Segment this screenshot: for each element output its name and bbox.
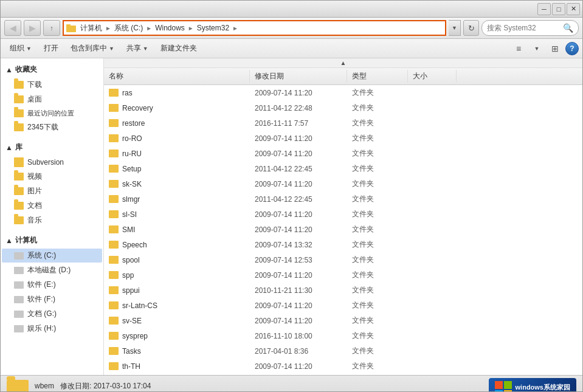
- file-name-cell: slmgr: [104, 194, 250, 205]
- breadcrumb-windows[interactable]: Windows: [153, 23, 187, 33]
- file-size-cell: [408, 304, 457, 307]
- breadcrumb-drive[interactable]: 系统 (C:): [112, 22, 145, 34]
- svg-rect-3: [504, 381, 512, 389]
- table-row[interactable]: sppui 2010-11-21 11:30 文件夹: [104, 283, 582, 298]
- sidebar-item-pictures[interactable]: 图片: [2, 184, 102, 198]
- folder-icon: [109, 150, 119, 157]
- table-row[interactable]: restore 2016-11-11 7:57 文件夹: [104, 115, 582, 131]
- drive-icon: [14, 325, 24, 332]
- refresh-button[interactable]: ↻: [463, 20, 479, 36]
- address-dropdown-button[interactable]: ▼: [449, 20, 461, 36]
- address-box[interactable]: 计算机 ► 系统 (C:) ► Windows ► System32 ►: [63, 20, 446, 36]
- file-type-cell: 文件夹: [347, 177, 408, 190]
- organize-button[interactable]: 组织 ▼: [4, 41, 37, 56]
- folder-icon: [109, 347, 119, 355]
- table-row[interactable]: sl-SI 2009-07-14 11:20 文件夹: [104, 207, 582, 222]
- sidebar-item-downloads[interactable]: 下载: [2, 78, 102, 92]
- forward-button[interactable]: ▶: [24, 20, 41, 36]
- breadcrumb-computer[interactable]: 计算机: [78, 22, 104, 34]
- file-date-cell: 2011-04-12 22:45: [250, 163, 347, 174]
- new-folder-button[interactable]: 新建文件夹: [155, 41, 202, 56]
- file-size-cell: [408, 259, 457, 261]
- table-row[interactable]: spp 2009-07-14 11:20 文件夹: [104, 267, 582, 283]
- file-date-cell: 2009-07-14 11:20: [250, 179, 347, 190]
- table-row[interactable]: Tasks 2017-04-01 8:36 文件夹: [104, 343, 582, 359]
- file-size-cell: [408, 335, 457, 337]
- table-row[interactable]: sr-Latn-CS 2009-07-14 11:20 文件夹: [104, 298, 582, 313]
- sidebar-item-documents[interactable]: 文档: [2, 199, 102, 213]
- scroll-up-arrow[interactable]: ▲: [104, 58, 582, 68]
- col-name-header[interactable]: 名称: [104, 70, 250, 83]
- include-library-button[interactable]: 包含到库中 ▼: [65, 41, 120, 56]
- file-name-cell: spool: [104, 255, 250, 266]
- table-row[interactable]: sv-SE 2009-07-14 11:20 文件夹: [104, 313, 582, 328]
- file-type-cell: 文件夹: [347, 86, 408, 99]
- file-type-cell: 文件夹: [347, 299, 408, 312]
- sidebar-item-d-drive[interactable]: 本地磁盘 (D:): [2, 263, 102, 277]
- table-row[interactable]: ru-RU 2009-07-14 11:20 文件夹: [104, 146, 582, 161]
- sidebar-item-2345[interactable]: 2345下载: [2, 120, 102, 134]
- file-type-cell: 文件夹: [347, 101, 408, 114]
- sidebar-item-c-drive[interactable]: 系统 (C:): [2, 249, 102, 263]
- breadcrumb-system32[interactable]: System32: [195, 23, 231, 33]
- sidebar-item-music[interactable]: 音乐: [2, 213, 102, 227]
- table-row[interactable]: slmgr 2011-04-12 22:45 文件夹: [104, 191, 582, 207]
- table-row[interactable]: tr-TR 2009-07-14 11:20 文件夹: [104, 374, 582, 375]
- sidebar-item-desktop[interactable]: 桌面: [2, 92, 102, 106]
- file-date-cell: 2009-07-14 12:53: [250, 255, 347, 266]
- table-row[interactable]: spool 2009-07-14 12:53 文件夹: [104, 252, 582, 267]
- sidebar-item-h-drive[interactable]: 娱乐 (H:): [2, 322, 102, 335]
- search-box[interactable]: 🔍: [481, 20, 579, 36]
- search-input[interactable]: [487, 24, 561, 32]
- file-size-cell: [408, 244, 457, 246]
- folder-icon: [109, 362, 119, 370]
- sidebar-item-subversion[interactable]: Subversion: [2, 156, 102, 169]
- drive-icon: [14, 311, 24, 318]
- sidebar-computer-header[interactable]: ▲ 计算机: [1, 233, 103, 248]
- file-name-cell: sppui: [104, 285, 250, 296]
- col-date-header[interactable]: 修改日期: [250, 70, 347, 83]
- file-size-cell: [408, 320, 457, 322]
- table-row[interactable]: Recovery 2011-04-12 22:48 文件夹: [104, 100, 582, 115]
- table-row[interactable]: sk-SK 2009-07-14 11:20 文件夹: [104, 176, 582, 191]
- file-size-cell: [408, 153, 457, 155]
- minimize-button[interactable]: ─: [537, 3, 551, 15]
- search-icon[interactable]: 🔍: [563, 22, 573, 34]
- file-type-cell: 文件夹: [347, 284, 408, 297]
- share-button[interactable]: 共享 ▼: [121, 41, 154, 56]
- sidebar-item-recent[interactable]: 最近访问的位置: [2, 107, 102, 120]
- file-name-cell: ro-RO: [104, 133, 250, 144]
- table-row[interactable]: ras 2009-07-14 11:20 文件夹: [104, 85, 582, 100]
- file-date-cell: 2010-11-21 11:30: [250, 285, 347, 296]
- sidebar-item-video[interactable]: 视频: [2, 170, 102, 184]
- col-type-header[interactable]: 类型: [347, 70, 408, 83]
- maximize-button[interactable]: □: [552, 3, 565, 15]
- sidebar-favorites-header[interactable]: ▲ 收藏夹: [1, 62, 103, 77]
- sidebar-item-e-drive[interactable]: 软件 (E:): [2, 278, 102, 292]
- view-large-icon-button[interactable]: ⊞: [547, 42, 563, 55]
- file-size-cell: [408, 213, 457, 216]
- view-details-button[interactable]: ≡: [511, 42, 526, 55]
- folder-icon: [109, 104, 119, 112]
- file-size-cell: [408, 168, 457, 170]
- open-button[interactable]: 打开: [38, 41, 64, 56]
- col-size-header[interactable]: 大小: [408, 70, 457, 83]
- table-row[interactable]: ro-RO 2009-07-14 11:20 文件夹: [104, 131, 582, 146]
- sidebar-item-f-drive[interactable]: 软件 (F:): [2, 292, 102, 306]
- back-button[interactable]: ◀: [4, 20, 21, 36]
- close-button[interactable]: ✕: [567, 3, 580, 15]
- folder-icon: [109, 241, 119, 249]
- table-row[interactable]: sysprep 2016-11-10 18:00 文件夹: [104, 328, 582, 343]
- table-row[interactable]: Speech 2009-07-14 13:32 文件夹: [104, 237, 582, 252]
- up-button[interactable]: ↑: [43, 20, 60, 36]
- table-row[interactable]: SMI 2009-07-14 11:20 文件夹: [104, 222, 582, 237]
- file-date-cell: 2009-07-14 11:20: [250, 88, 347, 98]
- table-row[interactable]: th-TH 2009-07-14 11:20 文件夹: [104, 359, 582, 374]
- file-list: ras 2009-07-14 11:20 文件夹 Recovery 2011-0…: [104, 85, 582, 375]
- table-row[interactable]: Setup 2011-04-12 22:45 文件夹: [104, 161, 582, 176]
- help-button[interactable]: ?: [565, 42, 579, 55]
- view-dropdown-button[interactable]: ▼: [529, 42, 545, 55]
- folder-icon: [14, 109, 24, 117]
- sidebar-library-header[interactable]: ▲ 库: [1, 140, 103, 155]
- sidebar-item-g-drive[interactable]: 文档 (G:): [2, 307, 102, 321]
